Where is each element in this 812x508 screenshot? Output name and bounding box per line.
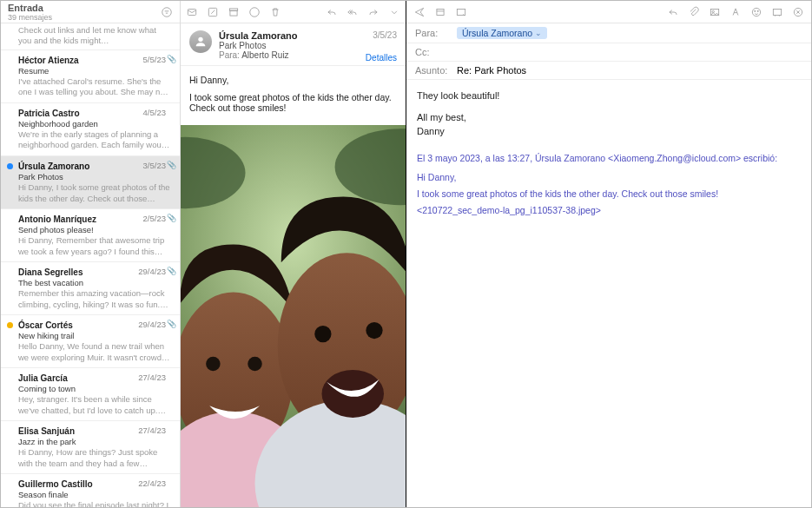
compose-subject-row[interactable]: Asunto: (406, 62, 811, 80)
message-list-item[interactable]: Julia García27/4/23Coming to townHey, st… (1, 368, 180, 421)
message-body: Hi Danny, I took some great photos of th… (181, 66, 406, 125)
delete-icon[interactable] (269, 6, 281, 18)
svg-point-17 (366, 322, 382, 339)
link-icon[interactable] (792, 6, 804, 18)
svg-rect-20 (457, 9, 465, 15)
compose-subject-label: Asunto: (415, 65, 457, 76)
quote-line2: I took some great photos of the kids the… (417, 187, 801, 201)
message-list-item[interactable]: Guillermo Castillo22/4/23Season finaleDi… (1, 474, 180, 507)
list-date: 5/5/23 (143, 55, 166, 65)
svg-rect-4 (230, 10, 237, 16)
svg-rect-19 (437, 9, 444, 15)
mailbox-count: 39 mensajes (8, 13, 52, 22)
junk-icon[interactable] (186, 6, 198, 18)
attachment-icon: 📎 (167, 320, 176, 330)
compose-body[interactable]: They look beautiful! All my best, Danny … (406, 80, 811, 507)
chevron-down-icon[interactable]: ⌄ (535, 29, 542, 37)
header-fields-icon[interactable] (434, 6, 446, 18)
body-greeting: Hi Danny, (189, 75, 397, 85)
compose-toolbar (406, 1, 811, 23)
list-preview: Hey, stranger. It's been a while since w… (18, 394, 171, 416)
message-list-item[interactable]: Úrsula Zamorano3/5/23📎Park PhotosHi Dann… (1, 156, 180, 209)
details-link[interactable]: Detalles (366, 53, 397, 63)
attachment-icon: 📎 (167, 55, 176, 65)
list-subject: Resume (18, 66, 171, 76)
forward-icon[interactable] (367, 6, 380, 18)
view-sender: Úrsula Zamorano (219, 30, 297, 41)
message-list-item[interactable]: Patricia Castro4/5/23Neighborhood garden… (1, 103, 180, 156)
message-list-item[interactable]: Héctor Atienza5/5/23📎ResumeI've attached… (1, 50, 180, 103)
attach-icon[interactable] (688, 6, 700, 18)
filter-icon[interactable] (161, 6, 173, 18)
view-to-line: Para: Alberto Ruiz (219, 50, 297, 60)
svg-point-5 (250, 7, 260, 16)
message-list-item[interactable]: Antonio Manríquez2/5/23📎Send photos plea… (1, 209, 180, 262)
recipient-pill[interactable]: Úrsula Zamorano ⌄ (457, 27, 547, 39)
status-dot (7, 163, 13, 169)
attachment-icon: 📎 (167, 214, 176, 224)
compose-to-row[interactable]: Para: Úrsula Zamorano ⌄ (406, 23, 811, 43)
quoted-original: El 3 mayo 2023, a las 13:27, Úrsula Zamo… (417, 151, 801, 218)
view-toolbar (181, 1, 406, 23)
photo-icon[interactable] (709, 6, 721, 18)
quote-attachment: <210722_sec_demo-la_pg_i110537-38.jpeg> (417, 203, 801, 218)
move-icon[interactable] (248, 6, 261, 18)
svg-point-6 (198, 37, 202, 42)
list-subject: Season finale (18, 490, 171, 500)
to-label: Para: (219, 50, 240, 60)
reply-type-icon[interactable] (667, 6, 679, 18)
send-icon[interactable] (413, 6, 426, 18)
quote-line1: Hi Danny, (417, 170, 801, 185)
list-preview: Remember this amazing vacation—rock clim… (18, 288, 171, 310)
list-subject: The best vacation (18, 278, 171, 288)
recipient-name: Úrsula Zamorano (462, 28, 532, 38)
list-subject: Park Photos (18, 172, 171, 182)
list-preview: Hello Danny, We found a new trail when w… (18, 341, 171, 363)
view-to-name[interactable]: Alberto Ruiz (241, 50, 288, 60)
reply-all-icon[interactable] (347, 6, 359, 18)
view-date: 3/5/23 (373, 30, 397, 40)
message-list-scroll[interactable]: Check out links and let me know what you… (1, 23, 180, 507)
mailbox-header: Entrada 39 mensajes (1, 1, 180, 23)
compose-line1: They look beautiful! (417, 89, 801, 103)
view-subject: Park Photos (219, 41, 297, 50)
message-list-item[interactable]: Elisa Sanjuán27/4/23Jazz in the parkHi D… (1, 421, 180, 474)
status-dot (7, 322, 13, 328)
avatar[interactable] (189, 30, 212, 53)
list-date: 29/4/23 (138, 320, 166, 330)
list-preview: I've attached Carol's resume. She's the … (18, 76, 171, 98)
compose-icon[interactable] (207, 6, 219, 18)
attachment-icon: 📎 (167, 267, 176, 277)
subject-input[interactable] (457, 65, 802, 76)
list-preview: Hi Danny, Remember that awesome trip we … (18, 235, 171, 257)
list-date: 22/4/23 (138, 478, 166, 489)
compose-cc-label: Cc: (415, 47, 457, 57)
cc-input[interactable] (457, 47, 802, 57)
reply-icon[interactable] (326, 6, 338, 18)
quote-meta: El 3 mayo 2023, a las 13:27, Úrsula Zamo… (417, 151, 801, 166)
compose-dropdown-icon[interactable] (455, 6, 467, 18)
attachment-photo[interactable] (181, 125, 406, 507)
body-text: I took some great photos of the kids the… (189, 92, 397, 113)
svg-point-12 (206, 357, 221, 372)
compose-cc-row[interactable]: Cc: (406, 43, 811, 62)
list-preview: We're in the early stages of planning a … (18, 129, 171, 151)
list-subject: New hiking trail (18, 331, 171, 341)
list-date: 4/5/23 (143, 108, 166, 118)
list-subject: Send photos please! (18, 225, 171, 235)
message-list-item[interactable]: Diana Segrelles29/4/23📎The best vacation… (1, 262, 180, 315)
more-icon[interactable] (388, 6, 400, 18)
list-date: 27/4/23 (138, 426, 166, 436)
list-preview: Did you see the final episode last night… (18, 500, 171, 507)
list-preview: Hi Danny, I took some great photos of th… (18, 182, 171, 204)
partial-previous-message[interactable]: Check out links and let me know what you… (1, 23, 180, 50)
message-list-item[interactable]: Óscar Cortés29/4/23📎New hiking trailHell… (1, 315, 180, 368)
media-icon[interactable] (771, 6, 783, 18)
list-preview: Hi Danny, How are things? Just spoke wit… (18, 447, 171, 469)
format-icon[interactable] (729, 6, 742, 18)
emoji-icon[interactable] (750, 6, 762, 18)
message-header: Úrsula Zamorano Park Photos Para: Albert… (181, 23, 406, 66)
archive-icon[interactable] (228, 6, 240, 18)
message-view-pane: Úrsula Zamorano Park Photos Para: Albert… (181, 1, 406, 507)
compose-signoff1: All my best, (417, 110, 801, 125)
